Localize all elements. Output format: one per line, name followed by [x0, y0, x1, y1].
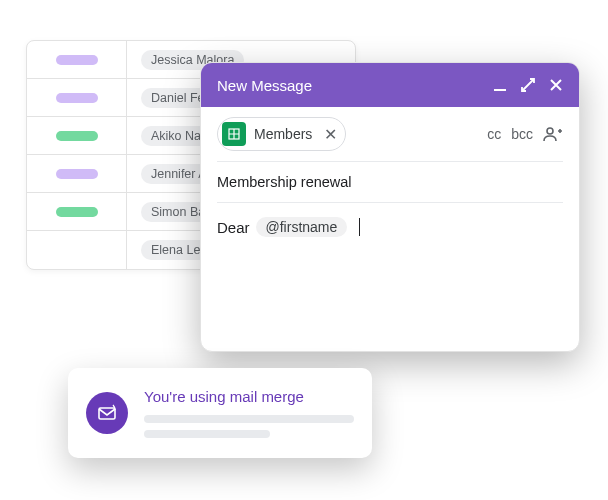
- message-body[interactable]: Dear @firstname: [201, 203, 579, 251]
- recipient-chip[interactable]: Members ✕: [217, 117, 346, 151]
- expand-icon[interactable]: [521, 78, 535, 92]
- sheets-icon: [222, 122, 246, 146]
- toast-title: You're using mail merge: [144, 388, 354, 405]
- body-text: Dear: [217, 219, 250, 236]
- remove-recipient-icon[interactable]: ✕: [324, 125, 337, 144]
- status-pill: [56, 169, 98, 179]
- minimize-icon[interactable]: [493, 78, 507, 92]
- placeholder-line: [144, 430, 270, 438]
- status-pill: [56, 207, 98, 217]
- recipients-row[interactable]: Members ✕ cc bcc: [201, 107, 579, 161]
- status-cell: [27, 193, 127, 230]
- svg-point-4: [547, 128, 553, 134]
- add-contact-icon[interactable]: [543, 126, 563, 142]
- subject-field[interactable]: Membership renewal: [201, 162, 579, 202]
- merge-variable-chip[interactable]: @firstname: [256, 217, 348, 237]
- status-pill: [56, 55, 98, 65]
- svg-rect-7: [99, 408, 115, 419]
- mail-merge-icon: [86, 392, 128, 434]
- status-cell: [27, 79, 127, 116]
- status-cell: [27, 155, 127, 192]
- bcc-button[interactable]: bcc: [511, 126, 533, 142]
- status-pill: [56, 131, 98, 141]
- window-title: New Message: [217, 77, 479, 94]
- placeholder-line: [144, 415, 354, 423]
- status-cell: [27, 41, 127, 78]
- cc-button[interactable]: cc: [487, 126, 501, 142]
- status-cell: [27, 117, 127, 154]
- status-pill: [56, 93, 98, 103]
- text-cursor: [359, 218, 360, 236]
- titlebar: New Message: [201, 63, 579, 107]
- close-icon[interactable]: [549, 78, 563, 92]
- compose-window: New Message Members ✕ cc bcc Membership …: [200, 62, 580, 352]
- mail-merge-toast: You're using mail merge: [68, 368, 372, 458]
- recipient-label: Members: [254, 126, 312, 142]
- status-cell: [27, 231, 127, 269]
